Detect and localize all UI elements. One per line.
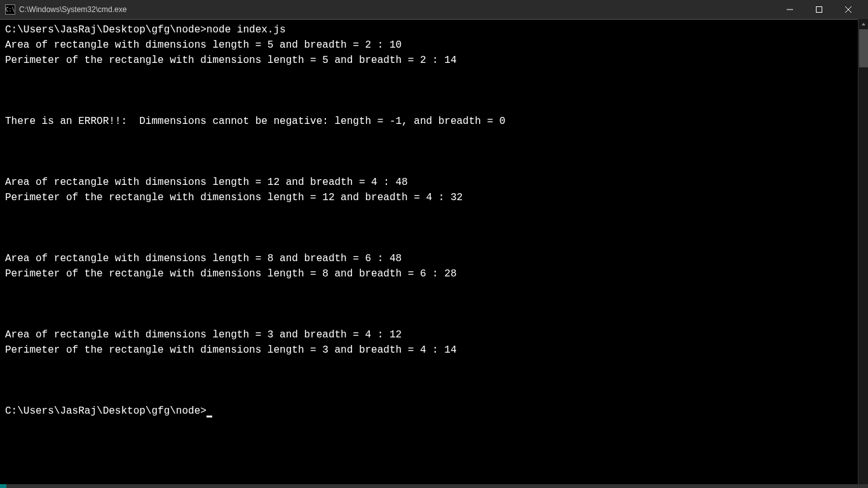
terminal-line: Perimeter of the rectangle with dimensio…	[5, 192, 463, 203]
cmd-icon: C:\	[5, 4, 15, 15]
terminal-line: Perimeter of the rectangle with dimensio…	[5, 344, 457, 356]
vertical-scrollbar[interactable]	[858, 19, 868, 488]
window-controls	[775, 0, 863, 19]
terminal-line: Area of rectangle with dimensions length…	[5, 177, 408, 188]
close-button[interactable]	[834, 0, 863, 19]
svg-rect-1	[817, 7, 822, 13]
window-title: C:\Windows\System32\cmd.exe	[19, 5, 775, 14]
terminal-line: Area of rectangle with dimensions length…	[5, 39, 402, 51]
minimize-button[interactable]	[775, 0, 804, 19]
scroll-up-arrow-icon[interactable]	[858, 19, 868, 29]
terminal-line: C:\Users\JasRaj\Desktop\gfg\node>node in…	[5, 24, 286, 36]
window-title-bar[interactable]: C:\ C:\Windows\System32\cmd.exe	[0, 0, 868, 19]
terminal-line: Perimeter of the rectangle with dimensio…	[5, 55, 457, 66]
terminal-line: Area of rectangle with dimensions length…	[5, 253, 402, 264]
terminal-output[interactable]: C:\Users\JasRaj\Desktop\gfg\node>node in…	[0, 19, 858, 488]
terminal-line: Perimeter of the rectangle with dimensio…	[5, 268, 457, 280]
terminal-container: C:\Users\JasRaj\Desktop\gfg\node>node in…	[0, 19, 868, 488]
cursor-icon	[207, 416, 212, 417]
terminal-line: Area of rectangle with dimensions length…	[5, 329, 402, 341]
taskbar-edge	[0, 484, 868, 488]
terminal-prompt: C:\Users\JasRaj\Desktop\gfg\node>	[5, 405, 207, 417]
maximize-button[interactable]	[804, 0, 834, 19]
scroll-thumb[interactable]	[859, 29, 868, 67]
svg-marker-4	[862, 23, 865, 25]
terminal-line: There is an ERROR!!: Dimmensions cannot …	[5, 116, 505, 127]
